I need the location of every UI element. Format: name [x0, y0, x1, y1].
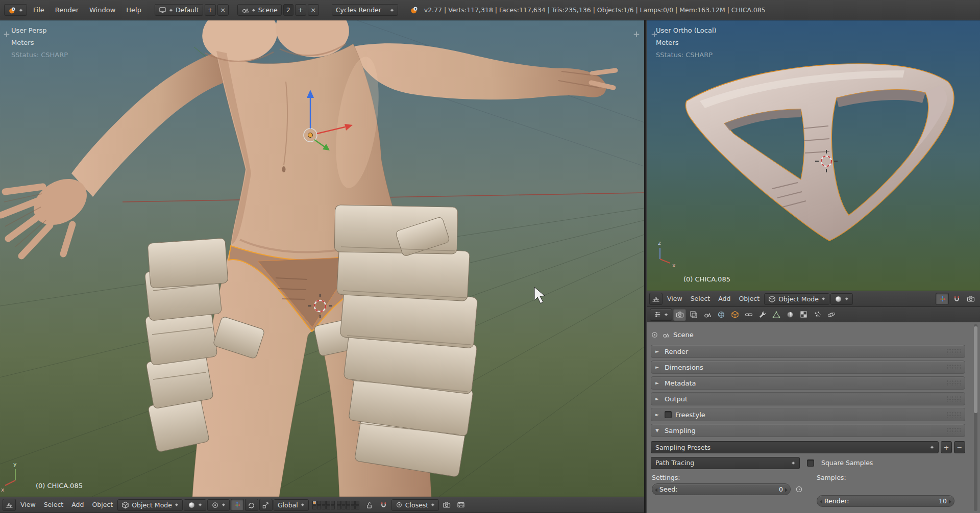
- manipulator-scale-toggle[interactable]: [259, 499, 273, 511]
- tab-texture[interactable]: [797, 309, 810, 321]
- editor-type-button[interactable]: [650, 309, 672, 321]
- chevron-updown-icon: [175, 502, 179, 508]
- add-screenlayout-button[interactable]: +: [205, 4, 216, 16]
- sampling-presets-selector[interactable]: Sampling Presets: [651, 441, 939, 453]
- scene-icon: [703, 311, 712, 319]
- viewport-main-header: View Select Add Object Object Mode Globa…: [0, 497, 644, 513]
- shading-sphere-icon: [188, 501, 195, 509]
- menu-add[interactable]: Add: [715, 291, 734, 306]
- panel-drag-grip[interactable]: [946, 427, 961, 433]
- panel-output[interactable]: ► Output: [651, 392, 965, 405]
- panel-freestyle[interactable]: ► Freestyle: [651, 408, 965, 421]
- snap-element-selector[interactable]: Closest: [391, 499, 439, 511]
- properties-scrollbar[interactable]: [974, 324, 977, 511]
- panel-drag-grip[interactable]: [946, 412, 961, 418]
- snap-toggle[interactable]: [377, 499, 390, 511]
- square-samples-checkbox[interactable]: [807, 459, 814, 467]
- menu-add[interactable]: Add: [68, 497, 87, 512]
- render-still-button[interactable]: [440, 499, 453, 511]
- tab-world[interactable]: [715, 309, 727, 321]
- pivot-point-selector[interactable]: [207, 499, 230, 511]
- snap-toggle[interactable]: [950, 293, 963, 305]
- animated-seed-button[interactable]: [793, 483, 805, 495]
- viewport-shading-selector[interactable]: [184, 499, 206, 511]
- render-samples-field[interactable]: Render: 10: [817, 495, 954, 507]
- render-engine-selector[interactable]: Cycles Render: [332, 4, 398, 16]
- freestyle-checkbox[interactable]: [665, 411, 672, 418]
- snap-element-value: Closest: [405, 501, 428, 509]
- chevron-updown-icon: [19, 7, 23, 13]
- seed-field[interactable]: Seed: 0: [652, 483, 791, 495]
- panel-drag-grip[interactable]: [946, 348, 961, 354]
- close-scene-button[interactable]: ×: [308, 4, 319, 16]
- tab-physics[interactable]: [825, 309, 838, 321]
- tab-particles[interactable]: [811, 309, 824, 321]
- panel-dimensions[interactable]: ► Dimensions: [651, 361, 965, 374]
- manipulator-translate-toggle[interactable]: [936, 293, 949, 305]
- object-mode-icon: [768, 295, 776, 303]
- manipulator-translate-toggle[interactable]: [231, 499, 244, 511]
- menu-help[interactable]: Help: [121, 1, 146, 20]
- layers-widget[interactable]: [312, 501, 359, 509]
- scrollbar-thumb[interactable]: [974, 326, 977, 413]
- chevron-updown-icon: [791, 460, 795, 466]
- viewport-3d-secondary[interactable]: z x User Ortho (Local) Meters SStatus: C…: [647, 20, 980, 291]
- editor-type-button[interactable]: [3, 499, 16, 511]
- particles-icon: [814, 311, 822, 319]
- menu-view[interactable]: View: [664, 291, 686, 306]
- manipulator-rotate-toggle[interactable]: [245, 499, 258, 511]
- tab-object-data[interactable]: [770, 309, 782, 321]
- render-layers-icon: [690, 311, 698, 319]
- region-expand-arrow[interactable]: [632, 30, 641, 39]
- menu-object[interactable]: Object: [88, 497, 116, 512]
- lock-to-scene-toggle[interactable]: [363, 499, 376, 511]
- tab-modifiers[interactable]: [756, 309, 769, 321]
- menu-file[interactable]: File: [29, 1, 49, 20]
- integrator-selector[interactable]: Path Tracing: [651, 457, 800, 469]
- panel-render[interactable]: ► Render: [651, 345, 965, 358]
- menu-select[interactable]: Select: [40, 497, 67, 512]
- add-preset-button[interactable]: +: [941, 441, 952, 453]
- transform-orientation-selector[interactable]: Global: [274, 499, 309, 511]
- render-samples-label: Render:: [824, 497, 849, 505]
- pin-icon[interactable]: [651, 331, 658, 339]
- panel-label: Dimensions: [665, 364, 703, 371]
- panel-drag-grip[interactable]: [946, 380, 961, 386]
- panel-metadata[interactable]: ► Metadata: [651, 376, 965, 390]
- region-expand-arrow[interactable]: [650, 30, 659, 39]
- tab-render-layers[interactable]: [687, 309, 700, 321]
- screenlayout-selector[interactable]: Default: [155, 4, 203, 16]
- screenlayout-value: Default: [176, 6, 199, 14]
- mode-selector[interactable]: Object Mode: [117, 499, 183, 511]
- sampling-presets-row: Sampling Presets + −: [651, 441, 965, 454]
- menu-window[interactable]: Window: [85, 1, 120, 20]
- mode-selector[interactable]: Object Mode: [764, 293, 829, 305]
- render-still-button[interactable]: [964, 293, 977, 305]
- blender-logo-icon: [8, 6, 16, 14]
- remove-preset-button[interactable]: −: [954, 441, 965, 453]
- tab-constraints[interactable]: [742, 309, 755, 321]
- app-menu-button[interactable]: [4, 4, 27, 16]
- add-scene-button[interactable]: +: [295, 4, 306, 16]
- viewport-shading-selector[interactable]: [830, 293, 853, 305]
- tab-material[interactable]: [783, 309, 796, 321]
- menu-render[interactable]: Render: [51, 1, 83, 20]
- close-screenlayout-button[interactable]: ×: [217, 4, 229, 16]
- scene-users-badge[interactable]: 2: [283, 4, 293, 16]
- panel-drag-grip[interactable]: [946, 364, 961, 370]
- viewport-3d-main[interactable]: y x User Persp Meters SStatus: CSHARP (0…: [0, 20, 644, 497]
- panel-sampling[interactable]: ▼ Sampling: [651, 424, 965, 437]
- scene-selector[interactable]: Scene: [237, 4, 282, 16]
- panel-drag-grip[interactable]: [946, 396, 961, 402]
- tab-scene[interactable]: [701, 309, 714, 321]
- region-expand-arrow[interactable]: [2, 30, 11, 39]
- chevron-updown-icon: [169, 7, 173, 13]
- tab-render[interactable]: [673, 309, 686, 321]
- menu-select[interactable]: Select: [687, 291, 714, 306]
- editor-type-button[interactable]: [649, 293, 663, 305]
- tab-object[interactable]: [728, 309, 741, 321]
- render-animation-button[interactable]: [454, 499, 468, 511]
- menu-view[interactable]: View: [17, 497, 39, 512]
- menu-object[interactable]: Object: [735, 291, 763, 306]
- texture-checker-icon: [800, 311, 807, 318]
